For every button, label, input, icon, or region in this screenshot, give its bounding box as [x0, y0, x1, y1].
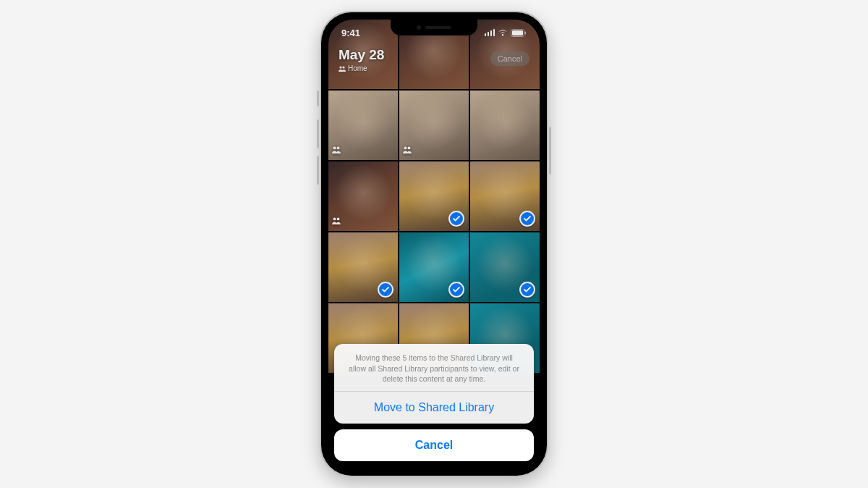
move-to-shared-library-button[interactable]: Move to Shared Library — [334, 392, 534, 424]
stage: 9:41 May 28 Home — [0, 0, 868, 488]
side-button — [549, 127, 551, 174]
volume-down-button — [317, 156, 319, 185]
iphone-device-frame: 9:41 May 28 Home — [320, 11, 548, 477]
bezel: 9:41 May 28 Home — [321, 12, 547, 476]
action-sheet-message: Moving these 5 items to the Shared Libra… — [334, 344, 534, 391]
mute-switch — [317, 91, 319, 106]
screen: 9:41 May 28 Home — [328, 20, 540, 468]
home-indicator[interactable] — [394, 463, 474, 466]
action-sheet-cancel-button[interactable]: Cancel — [334, 429, 534, 461]
volume-up-button — [317, 119, 319, 148]
action-sheet: Moving these 5 items to the Shared Libra… — [334, 344, 534, 461]
action-sheet-card: Moving these 5 items to the Shared Libra… — [334, 344, 534, 424]
